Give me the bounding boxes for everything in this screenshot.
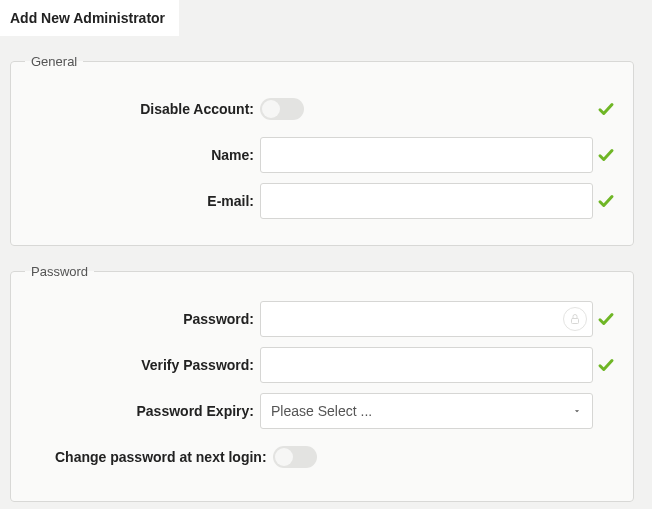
label-email: E-mail: xyxy=(25,193,260,209)
input-verify-password[interactable] xyxy=(260,347,593,383)
legend-password: Password xyxy=(25,264,94,279)
tab-title: Add New Administrator xyxy=(10,10,165,26)
caret-down-icon xyxy=(572,403,582,419)
label-name: Name: xyxy=(25,147,260,163)
group-general: General Disable Account: Name: xyxy=(10,54,634,246)
toggle-change-next-login[interactable] xyxy=(273,446,317,468)
svg-rect-0 xyxy=(572,319,579,324)
input-email[interactable] xyxy=(260,183,593,219)
check-icon xyxy=(593,192,619,210)
label-password-expiry: Password Expiry: xyxy=(25,403,260,419)
check-icon xyxy=(593,100,619,118)
toggle-disable-account[interactable] xyxy=(260,98,304,120)
tab-add-administrator[interactable]: Add New Administrator xyxy=(0,0,179,36)
label-verify-password: Verify Password: xyxy=(25,357,260,373)
check-icon xyxy=(593,356,619,374)
input-password[interactable] xyxy=(260,301,593,337)
label-password: Password: xyxy=(25,311,260,327)
check-icon xyxy=(593,146,619,164)
label-disable-account: Disable Account: xyxy=(25,101,260,117)
select-password-expiry[interactable]: Please Select ... xyxy=(260,393,593,429)
input-name[interactable] xyxy=(260,137,593,173)
group-password: Password Password: Verify Password: xyxy=(10,264,634,502)
legend-general: General xyxy=(25,54,83,69)
select-password-expiry-value: Please Select ... xyxy=(271,403,372,419)
label-change-next-login: Change password at next login: xyxy=(25,449,273,465)
lock-icon[interactable] xyxy=(563,307,587,331)
check-icon xyxy=(593,310,619,328)
